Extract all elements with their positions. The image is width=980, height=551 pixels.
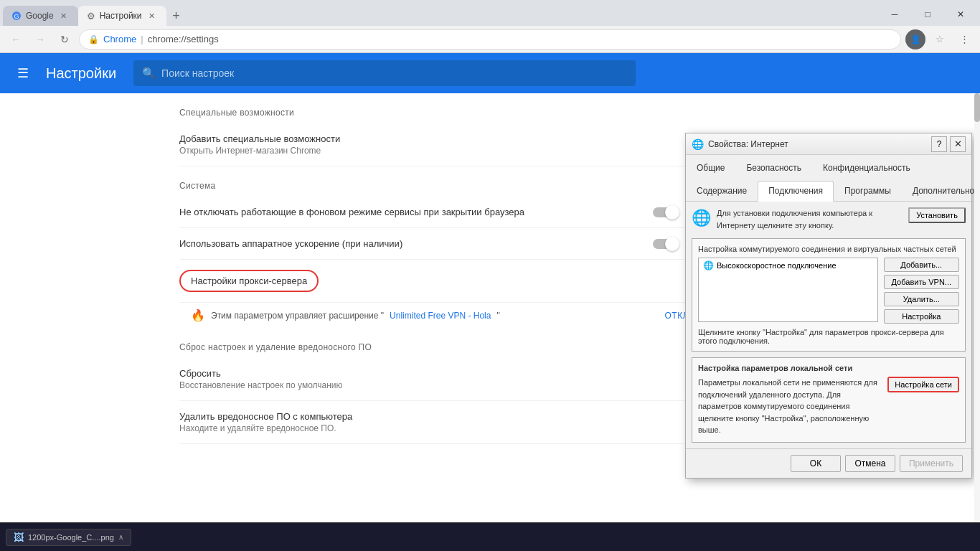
taskbar-file-label: 1200px-Google_C....png: [28, 533, 114, 542]
tab-privacy[interactable]: Конфиденциальность: [812, 158, 921, 178]
taskbar-file-item[interactable]: 🖼 1200px-Google_C....png ∧: [6, 529, 131, 546]
dialog-titlebar: 🌐 Свойства: Интернет ? ✕: [686, 133, 971, 155]
menu-button[interactable]: ⋮: [954, 29, 974, 50]
accessibility-sublabel: Открыть Интернет-магазин Chrome: [179, 146, 677, 156]
setting-reset: Сбросить Восстановление настроек по умол…: [179, 358, 689, 401]
tab-general[interactable]: Общие: [686, 158, 735, 178]
search-input[interactable]: [161, 67, 627, 79]
dialup-buttons: Добавить... Добавить VPN... Удалить... Н…: [884, 258, 959, 324]
setting-hardware-accel: Использовать аппаратное ускорение (при н…: [179, 228, 689, 260]
lan-description: Параметры локальной сети не применяются …: [698, 377, 882, 436]
profile-button[interactable]: 👤: [905, 29, 925, 50]
tab-connections[interactable]: Подключения: [758, 181, 834, 202]
lan-settings-button[interactable]: Настройка сети: [889, 378, 958, 391]
scrollbar-track[interactable]: [974, 93, 980, 522]
proxy-settings-text: Щелкните кнопку "Настройка" для параметр…: [698, 328, 959, 345]
reload-button[interactable]: ↻: [55, 29, 75, 50]
setting-malware: Удалить вредоносное ПО с компьютера Нахо…: [179, 401, 689, 444]
address-path: chrome://settings: [148, 34, 219, 44]
address-bar: ← → ↻ 🔒 Chrome | chrome://settings 👤 ☆ ⋮: [0, 26, 980, 53]
malware-link[interactable]: Удалить вредоносное ПО с компьютера: [179, 411, 677, 422]
tab-security[interactable]: Безопасность: [735, 158, 812, 178]
tab-close-google[interactable]: ✕: [58, 10, 70, 22]
connection-listbox[interactable]: 🌐 Высокоскоростное подключение: [698, 258, 878, 322]
section-reset: Сброс настроек и удаление вредоносного П…: [179, 328, 689, 444]
menu-dots-icon: ⋮: [960, 34, 969, 44]
dialog-footer: ОК Отмена Применить: [686, 448, 971, 478]
search-icon: 🔍: [142, 67, 156, 80]
tab-content[interactable]: Содержание: [686, 181, 758, 201]
background-toggle[interactable]: [653, 207, 677, 217]
extension-row: 🔥 Этим параметром управляет расширение "…: [191, 303, 689, 328]
section-system: Система Не отключать работающие в фоново…: [179, 166, 689, 328]
maximize-icon: □: [925, 9, 930, 19]
cancel-button[interactable]: Отмена: [845, 455, 895, 472]
tab-title: Google: [26, 11, 54, 21]
address-brand: Chrome: [103, 34, 136, 44]
section-title-system: Система: [179, 166, 689, 197]
dialog-close-button[interactable]: ✕: [950, 136, 966, 152]
back-button[interactable]: ←: [6, 29, 26, 50]
lan-title: Настройка параметров локальной сети: [698, 364, 959, 372]
setting-background-services: Не отключать работающие в фоновом режиме…: [179, 197, 689, 228]
hardware-toggle[interactable]: [653, 239, 677, 249]
lan-section: Настройка параметров локальной сети Пара…: [692, 357, 966, 443]
internet-properties-dialog: 🌐 Свойства: Интернет ? ✕ Общие Безопасно…: [685, 133, 972, 479]
taskbar-file-icon: 🖼: [14, 532, 24, 543]
proxy-link[interactable]: Настройки прокси-сервера: [179, 270, 319, 292]
remove-connection-button[interactable]: Удалить...: [884, 292, 959, 306]
window-controls: ─ □ ✕: [878, 3, 980, 26]
close-window-button[interactable]: ✕: [944, 3, 977, 26]
address-input-container[interactable]: 🔒 Chrome | chrome://settings: [79, 29, 901, 50]
accessibility-link[interactable]: Добавить специальные возможности: [179, 133, 677, 144]
dialup-title: Настройка коммутируемого соединения и ви…: [698, 245, 959, 253]
reload-icon: ↻: [60, 34, 69, 45]
tab-close-settings[interactable]: ✕: [146, 10, 158, 22]
forward-icon: →: [35, 34, 45, 45]
malware-sublabel: Находите и удаляйте вредоносное ПО.: [179, 423, 677, 433]
connection-item-highspeed[interactable]: 🌐 Высокоскоростное подключение: [699, 258, 877, 273]
dialup-section: Настройка коммутируемого соединения и ви…: [692, 238, 966, 352]
apply-button[interactable]: Применить: [900, 455, 963, 472]
forward-button[interactable]: →: [30, 29, 50, 50]
settings-connection-button[interactable]: Настройка: [884, 309, 959, 324]
tab-google[interactable]: G Google ✕: [3, 6, 78, 26]
address-separator: |: [141, 34, 143, 44]
search-bar[interactable]: 🔍: [133, 60, 636, 86]
extension-text-after: ": [496, 311, 499, 321]
scrollbar-thumb[interactable]: [974, 93, 980, 122]
connection-icon: 🌐: [703, 260, 714, 270]
extension-link[interactable]: Unlimited Free VPN - Hola: [390, 311, 491, 321]
ok-button[interactable]: ОК: [791, 455, 841, 472]
hamburger-button[interactable]: ☰: [11, 60, 34, 87]
extension-flame-icon: 🔥: [191, 309, 205, 322]
reset-link[interactable]: Сбросить: [179, 368, 677, 379]
dialog-tabs-row2: Содержание Подключения Программы Дополни…: [686, 178, 971, 202]
new-tab-button[interactable]: +: [166, 6, 187, 26]
add-vpn-button[interactable]: Добавить VPN...: [884, 275, 959, 289]
add-connection-button[interactable]: Добавить...: [884, 258, 959, 272]
lan-content: Параметры локальной сети не применяются …: [698, 377, 959, 436]
bookmark-button[interactable]: ☆: [930, 29, 950, 50]
tab-favicon: G: [11, 11, 22, 21]
maximize-button[interactable]: □: [911, 3, 944, 26]
install-globe-icon: 🌐: [692, 209, 711, 227]
close-icon: ✕: [957, 9, 964, 19]
star-icon: ☆: [936, 34, 944, 44]
dialog-title-icon: 🌐: [692, 138, 704, 150]
minimize-button[interactable]: ─: [878, 3, 911, 26]
dialog-help-button[interactable]: ?: [931, 136, 947, 152]
lock-icon: 🔒: [88, 34, 99, 44]
taskbar-chevron-icon[interactable]: ∧: [118, 533, 123, 541]
tab-advanced[interactable]: Дополнительно: [902, 181, 980, 201]
svg-text:G: G: [14, 13, 19, 20]
tab-programs[interactable]: Программы: [834, 181, 902, 201]
settings-scroll-area: Специальные возможности Добавить специал…: [0, 93, 689, 473]
tab-settings[interactable]: ⚙ Настройки ✕: [78, 6, 166, 26]
section-title-special: Специальные возможности: [179, 93, 689, 123]
install-button[interactable]: Установить: [908, 207, 966, 223]
lan-button-highlight: Настройка сети: [887, 377, 959, 392]
setting-proxy: Настройки прокси-сервера: [179, 260, 689, 303]
install-section: 🌐 Для установки подключения компьютера к…: [692, 207, 966, 231]
profile-icon: 👤: [910, 34, 921, 44]
